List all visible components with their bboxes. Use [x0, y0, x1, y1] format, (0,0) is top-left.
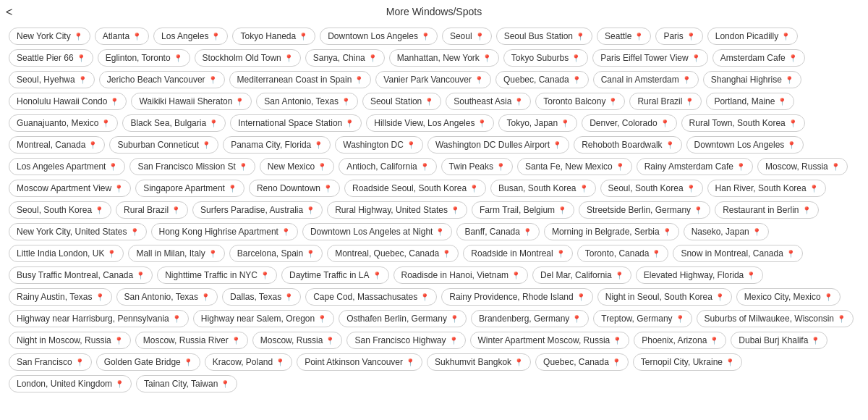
- spot-tag[interactable]: Hong Kong Highrise Apartment📍: [151, 223, 298, 240]
- back-button[interactable]: <: [6, 6, 12, 19]
- spot-tag[interactable]: Rehoboth Boardwalk📍: [574, 136, 681, 154]
- spot-tag[interactable]: London, United Kingdom📍: [9, 375, 132, 392]
- spot-tag[interactable]: Ternopil City, Ukraine📍: [633, 353, 742, 371]
- spot-tag[interactable]: Guanajuanto, Mexico📍: [9, 114, 118, 132]
- spot-tag[interactable]: Canal in Amsterdam📍: [593, 71, 699, 88]
- spot-tag[interactable]: Winter Apartment Moscow, Russia📍: [470, 332, 630, 349]
- spot-tag[interactable]: Los Angeles📍: [153, 28, 228, 45]
- spot-tag[interactable]: Farm Trail, Belgium📍: [472, 201, 574, 219]
- spot-tag[interactable]: Tokyo, Japan📍: [498, 114, 577, 132]
- spot-tag[interactable]: Montreal, Canada📍: [9, 136, 105, 154]
- spot-tag[interactable]: Streetside Berlin, Germany📍: [579, 201, 710, 219]
- spot-tag[interactable]: Seoul📍: [442, 28, 492, 45]
- spot-tag[interactable]: Moscow, Russia📍: [757, 158, 848, 175]
- spot-tag[interactable]: Toronto, Canada📍: [577, 245, 669, 262]
- spot-tag[interactable]: Washington DC Dulles Airport📍: [427, 136, 569, 154]
- spot-tag[interactable]: Tainan City, Taiwan📍: [136, 375, 237, 392]
- spot-tag[interactable]: Mall in Milan, Italy📍: [128, 245, 224, 262]
- spot-tag[interactable]: Morning in Belgrade, Serbia📍: [544, 223, 679, 240]
- spot-tag[interactable]: Los Angeles Apartment📍: [9, 158, 125, 175]
- spot-tag[interactable]: Busy Traffic Montreal, Canada📍: [9, 266, 153, 284]
- spot-tag[interactable]: Night in Moscow, Russia📍: [9, 332, 131, 349]
- spot-tag[interactable]: Santa Fe, New Mexico📍: [517, 158, 632, 175]
- spot-tag[interactable]: Point Atkinson Vancouver📍: [297, 353, 422, 371]
- spot-tag[interactable]: Highway near Salem, Oregon📍: [193, 310, 334, 327]
- spot-tag[interactable]: Banff, Canada📍: [456, 223, 540, 240]
- spot-tag[interactable]: Dallas, Texas📍: [222, 288, 301, 306]
- spot-tag[interactable]: Golden Gate Bridge📍: [96, 353, 200, 371]
- spot-tag[interactable]: Stockholm Old Town📍: [195, 49, 301, 67]
- spot-tag[interactable]: Downtown Los Angeles📍: [320, 28, 438, 45]
- spot-tag[interactable]: Suburbs of Milwaukee, Wisconsin📍: [697, 310, 854, 327]
- spot-tag[interactable]: Dubai Burj Khalifa📍: [731, 332, 827, 349]
- spot-tag[interactable]: San Antonio, Texas📍: [256, 93, 358, 110]
- spot-tag[interactable]: Han River, South Korea📍: [707, 180, 826, 197]
- spot-tag[interactable]: San Francisco📍: [9, 353, 92, 371]
- spot-tag[interactable]: Reno Downtown📍: [249, 180, 340, 197]
- spot-tag[interactable]: Antioch, California📍: [339, 158, 436, 175]
- spot-tag[interactable]: Southeast Asia📍: [446, 93, 531, 110]
- spot-tag[interactable]: Moscow, Russia River📍: [135, 332, 248, 349]
- spot-tag[interactable]: San Francisco Mission St📍: [129, 158, 255, 175]
- spot-tag[interactable]: Washington DC📍: [335, 136, 423, 154]
- spot-tag[interactable]: Del Mar, California📍: [532, 266, 631, 284]
- spot-tag[interactable]: Seattle Pier 66📍: [9, 49, 93, 67]
- spot-tag[interactable]: New Mexico📍: [260, 158, 334, 175]
- spot-tag[interactable]: Twin Peaks📍: [441, 158, 513, 175]
- spot-tag[interactable]: Eglinton, Toronto📍: [98, 49, 190, 67]
- spot-tag[interactable]: Shanghai Highrise📍: [703, 71, 801, 88]
- spot-tag[interactable]: Moscow, Russia📍: [252, 332, 343, 349]
- spot-tag[interactable]: New York City📍: [9, 28, 90, 45]
- spot-tag[interactable]: Roadside Seoul, South Korea📍: [344, 180, 486, 197]
- spot-tag[interactable]: Night in Seoul, South Korea📍: [597, 288, 732, 306]
- spot-tag[interactable]: Rainy Amsterdam Cafe📍: [637, 158, 753, 175]
- spot-tag[interactable]: Highway near Harrisburg, Pennsylvania📍: [9, 310, 189, 327]
- spot-tag[interactable]: Cape Cod, Massachusates📍: [305, 288, 437, 306]
- spot-tag[interactable]: Daytime Traffic in LA📍: [281, 266, 388, 284]
- spot-tag[interactable]: Osthafen Berlin, Germany📍: [339, 310, 467, 327]
- spot-tag[interactable]: Rural Brazil📍: [629, 93, 702, 110]
- spot-tag[interactable]: Tokyo Haneda📍: [232, 28, 315, 45]
- spot-tag[interactable]: Paris📍: [655, 28, 702, 45]
- spot-tag[interactable]: Kracow, Poland📍: [205, 353, 292, 371]
- spot-tag[interactable]: Downtown Los Angeles at Night📍: [302, 223, 452, 240]
- spot-tag[interactable]: Honolulu Hawaii Condo📍: [9, 93, 127, 110]
- spot-tag[interactable]: London Picadilly📍: [707, 28, 798, 45]
- spot-tag[interactable]: Barcelona, Spain📍: [229, 245, 323, 262]
- spot-tag[interactable]: Quebec, Canada📍: [535, 353, 629, 371]
- spot-tag[interactable]: Sukhumvit Bangkok📍: [427, 353, 531, 371]
- spot-tag[interactable]: Moscow Apartment View📍: [9, 180, 131, 197]
- spot-tag[interactable]: Paris Eiffel Tower View📍: [592, 49, 707, 67]
- spot-tag[interactable]: Busan, South Korea📍: [490, 180, 595, 197]
- spot-tag[interactable]: Rural Town, South Korea📍: [681, 114, 805, 132]
- spot-tag[interactable]: Seattle📍: [597, 28, 651, 45]
- spot-tag[interactable]: Rainy Austin, Texas📍: [9, 288, 112, 306]
- spot-tag[interactable]: Waikiki Hawaii Sheraton📍: [131, 93, 252, 110]
- spot-tag[interactable]: Little India London, UK📍: [9, 245, 124, 262]
- spot-tag[interactable]: Rainy Providence, Rhode Island📍: [441, 288, 592, 306]
- spot-tag[interactable]: San Antonio, Texas📍: [116, 288, 218, 306]
- spot-tag[interactable]: Seoul Bus Station📍: [496, 28, 592, 45]
- spot-tag[interactable]: Suburban Conneticut📍: [109, 136, 218, 154]
- spot-tag[interactable]: Roadside in Montreal📍: [463, 245, 572, 262]
- spot-tag[interactable]: San Francisco Highway📍: [346, 332, 465, 349]
- spot-tag[interactable]: Seoul Station📍: [362, 93, 441, 110]
- spot-tag[interactable]: Singapore Apartment📍: [135, 180, 244, 197]
- spot-tag[interactable]: Seoul, South Korea📍: [600, 180, 703, 197]
- spot-tag[interactable]: Nighttime Traffic in NYC📍: [157, 266, 277, 284]
- spot-tag[interactable]: Seoul, South Korea📍: [9, 201, 111, 219]
- spot-tag[interactable]: Phoenix, Arizona📍: [634, 332, 726, 349]
- spot-tag[interactable]: Tokyo Suburbs📍: [503, 49, 588, 67]
- spot-tag[interactable]: Mexico City, Mexico📍: [736, 288, 841, 306]
- spot-tag[interactable]: International Space Station📍: [230, 114, 362, 132]
- spot-tag[interactable]: Sanya, China📍: [305, 49, 385, 67]
- spot-tag[interactable]: Restaurant in Berlin📍: [715, 201, 818, 219]
- spot-tag[interactable]: Atlanta📍: [95, 28, 149, 45]
- spot-tag[interactable]: Panama City, Florida📍: [223, 136, 331, 154]
- spot-tag[interactable]: Jericho Beach Vancouver📍: [99, 71, 225, 88]
- spot-tag[interactable]: Rural Brazil📍: [116, 201, 188, 219]
- spot-tag[interactable]: Snow in Montreal, Canada📍: [673, 245, 802, 262]
- spot-tag[interactable]: Mediterranean Coast in Spain📍: [229, 71, 372, 88]
- spot-tag[interactable]: Amsterdam Cafe📍: [712, 49, 805, 67]
- spot-tag[interactable]: Rural Highway, United States📍: [327, 201, 467, 219]
